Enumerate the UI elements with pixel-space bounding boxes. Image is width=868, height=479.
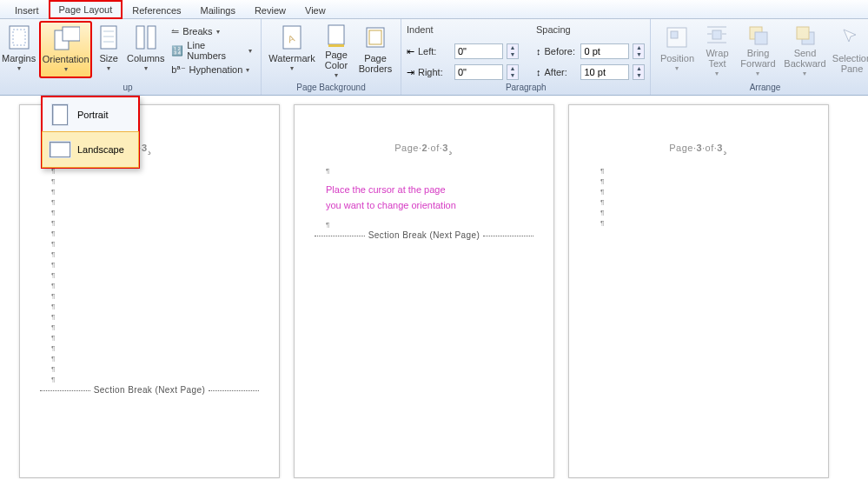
paragraph-marks: ¶¶¶¶¶¶ [600, 166, 814, 229]
tab-insert[interactable]: Insert [5, 2, 49, 18]
orientation-landscape-item[interactable]: Landscape [42, 131, 139, 168]
page-color-label: Page Color [320, 50, 353, 70]
page-borders-label: Page Borders [356, 53, 394, 74]
spacing-header: Spacing [536, 24, 646, 35]
columns-button[interactable]: Columns ▾ [125, 21, 166, 78]
position-button[interactable]: Position▾ [656, 21, 698, 78]
landscape-label: Landscape [77, 144, 124, 155]
indent-right-icon: ⇥ [407, 67, 414, 78]
selection-label: Selection Pane [831, 53, 868, 74]
group-label-page-background: Page Background [267, 81, 395, 95]
indent-right-label: Right: [418, 67, 451, 77]
size-button[interactable]: Size ▾ [94, 21, 123, 78]
svg-rect-14 [671, 31, 678, 38]
chevron-down-icon: ▾ [335, 71, 338, 79]
paragraph-marks: ¶¶¶¶¶¶¶¶¶¶¶¶¶¶¶¶¶¶¶¶¶ [51, 166, 265, 385]
spacing-after-icon: ↕ [536, 67, 541, 77]
tab-references[interactable]: References [123, 2, 190, 18]
orientation-menu: Portrait Landscape [41, 96, 140, 169]
tab-page-layout[interactable]: Page Layout [49, 0, 123, 19]
svg-rect-0 [10, 26, 29, 49]
hyphenation-label: Hyphenation [189, 64, 243, 75]
ribbon: Margins ▾ Orientation ▾ Size ▾ Columns ▾… [0, 19, 868, 96]
position-label: Position [660, 53, 694, 63]
bring-forward-button[interactable]: Bring Forward▾ [736, 21, 779, 78]
group-label-paragraph: Paragraph [407, 81, 646, 95]
tab-view[interactable]: View [295, 2, 335, 18]
document-page-3[interactable]: Page·3·of·3¸ ¶¶¶¶¶¶ [568, 104, 829, 478]
wrap-text-button[interactable]: Wrap Text▾ [699, 21, 734, 78]
paragraph-marks: ¶ [326, 220, 540, 230]
spacing-before-icon: ↕ [536, 46, 541, 57]
tab-review[interactable]: Review [245, 2, 295, 18]
ribbon-tabs: Insert Page Layout References Mailings R… [0, 0, 868, 19]
orientation-portrait-item[interactable]: Portrait [43, 97, 138, 132]
columns-label: Columns [127, 53, 164, 63]
spacing-after-input[interactable] [580, 64, 629, 80]
tab-mailings[interactable]: Mailings [191, 2, 245, 18]
bring-label: Bring Forward [737, 48, 779, 69]
selection-pane-button[interactable]: Selection Pane [830, 21, 868, 78]
page-color-button[interactable]: Page Color ▾ [319, 21, 354, 78]
spacing-before-input[interactable] [580, 43, 629, 59]
indent-left-label: Left: [418, 46, 451, 57]
send-label: Send Backward [782, 48, 827, 69]
watermark-label: Watermark [268, 53, 315, 63]
portrait-icon [52, 104, 68, 125]
chevron-down-icon: ▾ [17, 64, 21, 72]
hyphenation-icon: bª⁻ [171, 64, 185, 76]
svg-rect-9 [328, 25, 344, 44]
section-break: Section Break (Next Page) [308, 230, 540, 240]
document-page-2[interactable]: Page·2·of·3¸ ¶ Place the cursor at the p… [294, 104, 554, 478]
svg-rect-15 [712, 30, 721, 39]
svg-rect-10 [328, 44, 344, 47]
chevron-down-icon: ▾ [290, 64, 294, 72]
indent-right-input[interactable] [454, 64, 503, 80]
indent-left-input[interactable] [454, 43, 503, 59]
orientation-label: Orientation [43, 54, 89, 64]
size-label: Size [99, 53, 117, 63]
breaks-button[interactable]: ⥪Breaks▾ [168, 23, 255, 40]
section-break: Section Break (Next Page) [34, 385, 265, 395]
svg-rect-5 [136, 26, 144, 49]
chevron-down-icon: ▾ [64, 65, 68, 73]
orientation-button[interactable]: Orientation ▾ [39, 21, 92, 78]
line-numbers-icon: 🔢 [171, 45, 183, 57]
page-title: Page·3·of·3¸ [583, 130, 814, 157]
watermark-button[interactable]: A Watermark ▾ [267, 21, 317, 78]
wrap-label: Wrap Text [700, 48, 733, 69]
line-numbers-label: Line Numbers [187, 40, 245, 61]
svg-rect-19 [797, 27, 809, 39]
breaks-label: Breaks [182, 26, 212, 37]
indent-right-spinner[interactable]: ▲▼ [507, 64, 519, 80]
landscape-icon [50, 142, 70, 157]
group-label-arrange: Arrange [656, 81, 868, 95]
svg-rect-4 [101, 26, 116, 49]
annotation-text: Place the cursor at the pageyou want to … [326, 182, 540, 213]
svg-rect-6 [148, 26, 156, 49]
line-numbers-button[interactable]: 🔢Line Numbers▾ [168, 42, 255, 59]
paragraph-marks: ¶ [326, 166, 540, 176]
svg-rect-3 [63, 27, 80, 41]
breaks-icon: ⥪ [171, 26, 179, 37]
margins-label: Margins [2, 53, 36, 63]
svg-rect-17 [755, 32, 767, 44]
chevron-down-icon: ▾ [107, 64, 110, 72]
portrait-label: Portrait [77, 110, 108, 120]
page-borders-button[interactable]: Page Borders [355, 21, 395, 78]
indent-left-icon: ⇤ [407, 46, 414, 57]
send-backward-button[interactable]: Send Backward▾ [781, 21, 828, 78]
spacing-before-spinner[interactable]: ▲▼ [633, 43, 645, 59]
spacing-after-label: After: [544, 67, 577, 77]
spacing-before-label: Before: [544, 46, 577, 57]
page-title: Page·2·of·3¸ [308, 130, 540, 157]
group-label-page-setup: up [0, 81, 255, 95]
indent-header: Indent [407, 24, 519, 35]
spacing-after-spinner[interactable]: ▲▼ [633, 64, 645, 80]
indent-left-spinner[interactable]: ▲▼ [507, 43, 519, 59]
margins-button[interactable]: Margins ▾ [0, 21, 37, 78]
chevron-down-icon: ▾ [144, 64, 148, 72]
hyphenation-button[interactable]: bª⁻Hyphenation▾ [168, 61, 255, 78]
